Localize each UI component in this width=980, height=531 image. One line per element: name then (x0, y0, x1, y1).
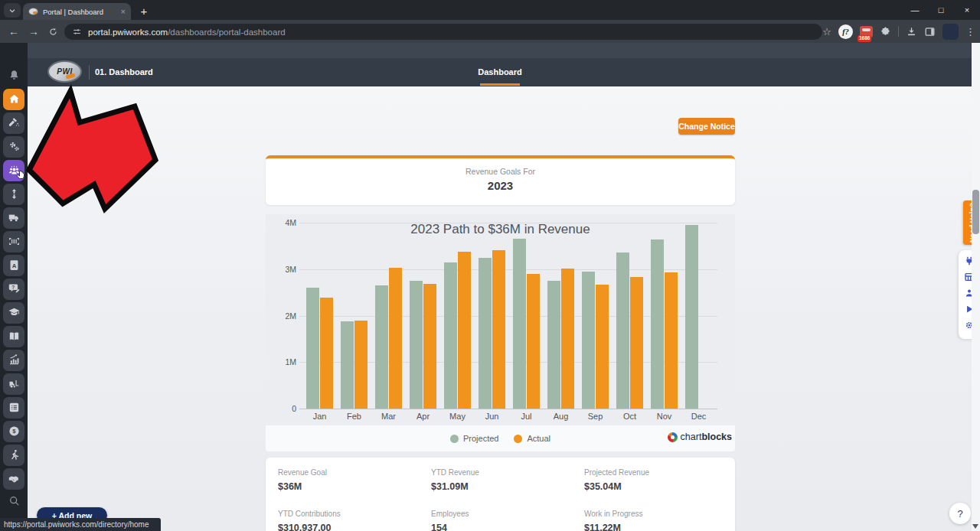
bar-actual-aug (561, 269, 574, 409)
bar-projected-may (444, 262, 457, 409)
tab-close-icon[interactable]: × (121, 7, 126, 16)
open-book-icon (8, 330, 21, 343)
stat-label: YTD Revenue (431, 468, 584, 477)
close-button[interactable]: × (954, 0, 980, 20)
sidebar-item-book-a[interactable] (3, 255, 24, 276)
x-tick-label: Jul (509, 412, 544, 421)
y-tick-label: 0 (272, 404, 296, 413)
new-tab-button[interactable]: + (136, 2, 152, 19)
stat-ytd-revenue: YTD Revenue$31.09M (431, 468, 584, 497)
page-title: 01. Dashboard (95, 67, 153, 77)
profile-avatar[interactable] (942, 24, 959, 40)
sidebar (0, 43, 28, 531)
sidebar-item-team[interactable] (3, 160, 24, 181)
x-tick-label: Apr (406, 412, 440, 421)
scrollbar-down-arrow[interactable] (972, 524, 978, 529)
bar-actual-jun (492, 250, 505, 409)
search-icon (8, 494, 21, 507)
chat-question-icon (8, 282, 21, 295)
sidebar-item-graduation-cap[interactable] (3, 302, 24, 324)
list-icon (8, 401, 21, 414)
sidebar-item-open-book[interactable] (3, 326, 24, 347)
url-host: portal.pwiworks.com (88, 28, 168, 37)
sidebar-item-handshake[interactable] (3, 468, 24, 490)
help-button[interactable]: ? (949, 503, 971, 524)
site-favicon (28, 8, 38, 15)
y-tick-label: 3M (272, 265, 296, 274)
chart-plot: 2023 Path to $36M in Revenue 01M2M3M4MJa… (266, 214, 735, 425)
sidebar-item-updown[interactable] (3, 184, 24, 205)
updown-icon (8, 187, 21, 200)
reload-button[interactable] (44, 20, 62, 43)
stat-revenue-goal: Revenue Goal$36M (278, 468, 431, 497)
stat-projected-revenue: Projected Revenue$35.04M (584, 468, 723, 497)
x-tick-label: Jan (302, 412, 337, 421)
x-tick-label: Aug (544, 412, 578, 421)
bar-actual-may (458, 252, 471, 409)
legend-label: Actual (527, 434, 550, 443)
legend-dot (514, 435, 522, 443)
barcode-icon (8, 235, 21, 248)
bar-actual-jul (527, 274, 540, 409)
company-logo[interactable]: PWI (47, 60, 82, 83)
sidebar-item-chat-question[interactable] (3, 279, 24, 300)
stat-label: Work in Progress (584, 510, 723, 518)
sidebar-item-bar-chart-trend[interactable] (3, 350, 24, 371)
team-icon (8, 164, 21, 177)
sidebar-item-bell[interactable] (3, 66, 24, 84)
bar-projected-sep (582, 272, 595, 409)
chartblocks-brand: chart blocks (668, 432, 732, 442)
gridline-4M (299, 223, 717, 223)
sidebar-item-gears[interactable] (3, 136, 24, 158)
forward-button[interactable]: → (24, 20, 43, 43)
extension-f-icon[interactable]: f? (838, 24, 853, 39)
site-info-icon[interactable] (72, 27, 82, 37)
sidebar-item-forklift[interactable] (3, 373, 24, 395)
sidebar-item-search[interactable] (3, 492, 24, 510)
stat-value: $11.22M (584, 523, 723, 531)
tools-icon (8, 116, 21, 129)
sidebar-item-dollar[interactable] (3, 421, 24, 442)
toolbar-divider (898, 26, 899, 37)
menu-icon[interactable]: ⋮ (965, 26, 975, 37)
window-controls: — □ × (902, 0, 980, 20)
home-icon (8, 93, 21, 106)
change-notice-button[interactable]: Change Notice (678, 118, 735, 135)
brand-chart: chart (681, 432, 702, 442)
tab-search-button[interactable] (4, 3, 21, 18)
bar-projected-mar (375, 285, 388, 409)
address-bar[interactable]: portal.pwiworks.com/dashboards/portal-da… (64, 24, 822, 40)
sidebar-item-tools[interactable] (3, 112, 24, 134)
back-button[interactable]: ← (5, 20, 23, 43)
stat-work-in-progress: Work in Progress$11.22M (584, 510, 723, 531)
x-tick-label: Mar (371, 412, 406, 421)
minimize-button[interactable]: — (902, 0, 928, 20)
scrollbar-thumb[interactable] (972, 190, 979, 234)
tab-dashboard[interactable]: Dashboard (439, 67, 561, 77)
maximize-button[interactable]: □ (928, 0, 954, 20)
browser-tab[interactable]: Portal | Dashboard × (23, 3, 131, 20)
browser-tabstrip: Portal | Dashboard × + — □ × (0, 0, 980, 20)
sidebar-item-runner[interactable] (3, 445, 24, 466)
chevron-down-icon (8, 7, 16, 15)
scrollbar-track[interactable] (972, 43, 980, 531)
screen: Portal | Dashboard × + — □ × ← → portal.… (0, 0, 980, 531)
x-tick-label: Oct (612, 412, 647, 421)
chart-legend: ProjectedActual chart blocks (266, 425, 735, 451)
side-panel-icon[interactable] (924, 26, 936, 37)
stat-label: Employees (431, 510, 584, 518)
downloads-icon[interactable] (906, 26, 917, 37)
stat-label: Projected Revenue (584, 468, 723, 477)
sidebar-item-home[interactable] (3, 89, 24, 110)
bar-actual-nov (665, 272, 678, 409)
sidebar-item-barcode[interactable] (3, 231, 24, 252)
chartblocks-logo-icon (668, 432, 678, 442)
extension-blocker-icon[interactable]: 1686 (860, 26, 873, 37)
bookmark-star-icon[interactable]: ☆ (822, 26, 831, 37)
sidebar-item-truck[interactable] (3, 207, 24, 229)
extensions-puzzle-icon[interactable] (880, 26, 891, 37)
bar-actual-jan (320, 298, 333, 409)
bar-actual-mar (389, 268, 402, 409)
revenue-chart: 2023 Path to $36M in Revenue 01M2M3M4MJa… (266, 214, 735, 451)
sidebar-item-list[interactable] (3, 397, 24, 419)
